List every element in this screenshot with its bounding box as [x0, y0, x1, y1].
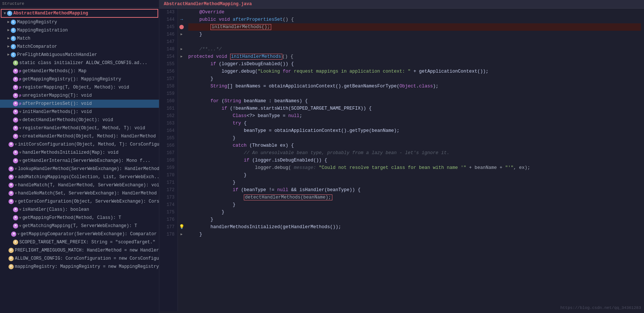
- fold-icon[interactable]: ▶: [180, 46, 182, 53]
- gutter-cell-175[interactable]: [178, 209, 185, 216]
- gutter-cell-147[interactable]: [178, 38, 185, 46]
- gutter-cell-164[interactable]: [178, 127, 185, 134]
- gutter-cell-146[interactable]: ▶: [178, 31, 185, 38]
- item-label: getMappingComparator(ServerWebExchange):…: [21, 231, 157, 237]
- sidebar-item-after-properties-set[interactable]: MpafterPropertiesSet(): void: [0, 100, 159, 108]
- code-line-148: /**...*/: [188, 46, 641, 53]
- sidebar-item-get-mapping-comparator[interactable]: MvgetMappingComparator(ServerWebExchange…: [0, 230, 159, 238]
- gutter-cell-163[interactable]: [178, 120, 185, 127]
- code-line-165: }: [188, 134, 641, 142]
- line-number-154: 154: [159, 53, 175, 60]
- sidebar-item-preflight-handler[interactable]: ▶CPreFlightAmbiguousMatchHandler: [0, 51, 159, 59]
- gutter-cell-165[interactable]: [178, 134, 185, 142]
- code-line-146: }: [188, 31, 641, 38]
- sidebar-item-create-handler-method[interactable]: MvcreateHandlerMethod(Object, Method): H…: [0, 132, 159, 140]
- gutter-cell-145[interactable]: [178, 23, 185, 31]
- line-number-145: 145: [159, 23, 175, 31]
- item-type-icon: M: [13, 158, 18, 163]
- gutter-cell-157[interactable]: [178, 75, 185, 83]
- gutter-cell-174[interactable]: [178, 201, 185, 209]
- sidebar-item-preflight-ambiguous[interactable]: FPREFLIGHT_AMBIGUOUS_MATCH: HandlerMetho…: [0, 246, 159, 254]
- item-type-icon: M: [9, 183, 14, 188]
- line-number-172: 172: [159, 186, 175, 194]
- code-line-164: beanType = obtainApplicationContext().ge…: [188, 127, 641, 134]
- sidebar-item-mapping-registry[interactable]: ▶CMappingRegistry: [0, 18, 159, 26]
- sidebar-item-get-handler-internal[interactable]: MvgetHandlerInternal(ServerWebExchange):…: [0, 157, 159, 165]
- sidebar-header: Structure: [0, 0, 159, 8]
- line-number-166: 166: [159, 142, 175, 149]
- gutter-cell-173[interactable]: [178, 194, 185, 201]
- gutter-cell-177[interactable]: 💡: [178, 223, 185, 231]
- editor-tab[interactable]: AbstractHandlerMethodMapping.java: [159, 0, 644, 9]
- gutter-cell-176[interactable]: [178, 216, 185, 223]
- code-line-177: handlerMethodsInitialized(getHandlerMeth…: [188, 223, 641, 231]
- sidebar-item-match-comparator[interactable]: ▶CMatchComparator: [0, 43, 159, 51]
- gutter-cell-155[interactable]: [178, 60, 185, 68]
- fold-icon[interactable]: ▶: [180, 231, 182, 238]
- gutter-cell-144[interactable]: →: [178, 16, 185, 23]
- sidebar-item-get-mapping-registry[interactable]: MpgetMappingRegistry(): MappingRegistry: [0, 75, 159, 83]
- item-label: static class initializer ALLOW_CORS_CONF…: [19, 60, 147, 66]
- modifier-icon: v: [19, 149, 21, 156]
- gutter-cell-172[interactable]: [178, 186, 185, 194]
- item-type-icon: M: [13, 69, 18, 74]
- gutter-cell-160[interactable]: [178, 97, 185, 105]
- sidebar-item-register-handler-method[interactable]: MvregisterHandlerMethod(Object, Method, …: [0, 124, 159, 132]
- gutter-cell-168[interactable]: [178, 157, 185, 164]
- sidebar-item-handler-methods-initialized[interactable]: MvhandlerMethodsInitialized(Map): void: [0, 149, 159, 157]
- modifier-icon: v: [19, 223, 21, 229]
- sidebar-item-get-handler-methods[interactable]: MpgetHandlerMethods(): Map: [0, 67, 159, 75]
- sidebar-item-init-cors-configuration[interactable]: MvinitCorsConfiguration(Object, Method, …: [0, 140, 159, 149]
- root-class-item[interactable]: ▼ C AbstractHandlerMethodMapping: [1, 9, 158, 18]
- gutter-cell-167[interactable]: [178, 149, 185, 157]
- gutter-cell-159[interactable]: [178, 90, 185, 97]
- sidebar-item-register-mapping[interactable]: MpregisterMapping(T, Object, Method): vo…: [0, 83, 159, 91]
- gutter-cell-178[interactable]: ▶: [178, 231, 185, 238]
- sidebar-item-handle-no-match[interactable]: MvhandleNoMatch(Set, ServerWebExchange):…: [0, 189, 159, 197]
- gutter-cell-170[interactable]: [178, 172, 185, 179]
- line-number-163: 163: [159, 120, 175, 127]
- modifier-icon: p: [19, 92, 21, 99]
- modifier-icon: v: [15, 182, 17, 189]
- gutter-cell-154[interactable]: ▶: [178, 53, 185, 60]
- modifier-icon: v: [17, 231, 19, 237]
- modifier-icon: v: [19, 109, 21, 115]
- sidebar-item-mapping-registry-field[interactable]: FmappingRegistry: MappingRegistry = new …: [0, 263, 159, 271]
- sidebar-item-lookup-handler-method[interactable]: MvlookupHandlerMethod(ServerWebExchange)…: [0, 165, 159, 173]
- sidebar-item-get-cors-configuration[interactable]: MvgetCorsConfiguration(Object, ServerWeb…: [0, 197, 159, 206]
- sidebar-tree: ▼ C AbstractHandlerMethodMapping ▶CMappi…: [0, 8, 159, 313]
- sidebar-item-get-matching-mapping[interactable]: MvgetMatchingMapping(T, ServerWebExchang…: [0, 222, 159, 230]
- gutter-cell-161[interactable]: [178, 105, 185, 112]
- line-number-157: 157: [159, 75, 175, 83]
- code-line-158: String[] beanNames = obtainApplicationCo…: [188, 83, 641, 90]
- sidebar-item-add-matching-mappings[interactable]: MvaddMatchingMappings(Collection, List, …: [0, 173, 159, 181]
- sidebar-item-mapping-registration[interactable]: ▶CMappingRegistration: [0, 26, 159, 34]
- code-line-145: initHandlerMethods();: [188, 23, 641, 31]
- gutter-cell-162[interactable]: [178, 112, 185, 120]
- code-line-172: if (beanType != null && isHandler(beanTy…: [188, 186, 641, 194]
- gutter-cell-143[interactable]: [178, 9, 185, 16]
- gutter-cell-169[interactable]: [178, 164, 185, 172]
- code-line-156: logger.debug("Looking for request mappin…: [188, 68, 641, 75]
- sidebar-item-scoped-target[interactable]: FSCOPED_TARGET_NAME_PREFIX: String = "sc…: [0, 238, 159, 246]
- sidebar-item-is-handler[interactable]: MvisHandler(Class): boolean: [0, 206, 159, 214]
- class-icon: C: [7, 11, 12, 16]
- gutter-cell-158[interactable]: [178, 83, 185, 90]
- sidebar-item-detect-handler-methods[interactable]: MvdetectHandlerMethods(Object): void: [0, 116, 159, 124]
- item-label: getHandlerMethods(): Map: [22, 68, 86, 74]
- gutter-cell-166[interactable]: [178, 142, 185, 149]
- item-label: registerMapping(T, Object, Method): void: [22, 84, 129, 91]
- sidebar-item-match[interactable]: ▶CMatch: [0, 34, 159, 43]
- sidebar-item-init-handler-methods[interactable]: MvinitHandlerMethods(): void: [0, 108, 159, 116]
- code-line-163: try {: [188, 120, 641, 127]
- sidebar-item-allow-cors-config[interactable]: FALLOW_CORS_CONFIG: CorsConfiguration = …: [0, 254, 159, 263]
- sidebar-item-static-init[interactable]: Sstatic class initializer ALLOW_CORS_CON…: [0, 59, 159, 67]
- fold-icon[interactable]: ▶: [180, 53, 182, 60]
- sidebar-item-handle-match[interactable]: MvhandleMatch(T, HandlerMethod, ServerWe…: [0, 181, 159, 189]
- gutter-cell-171[interactable]: [178, 179, 185, 186]
- gutter-cell-148[interactable]: ▶: [178, 46, 185, 53]
- gutter-cell-156[interactable]: [178, 68, 185, 75]
- fold-icon[interactable]: ▶: [180, 31, 182, 38]
- sidebar-item-get-mapping-for-method[interactable]: MvgetMappingForMethod(Method, Class): T: [0, 214, 159, 222]
- sidebar-item-unregister-mapping[interactable]: MpunregisterMapping(T): void: [0, 91, 159, 100]
